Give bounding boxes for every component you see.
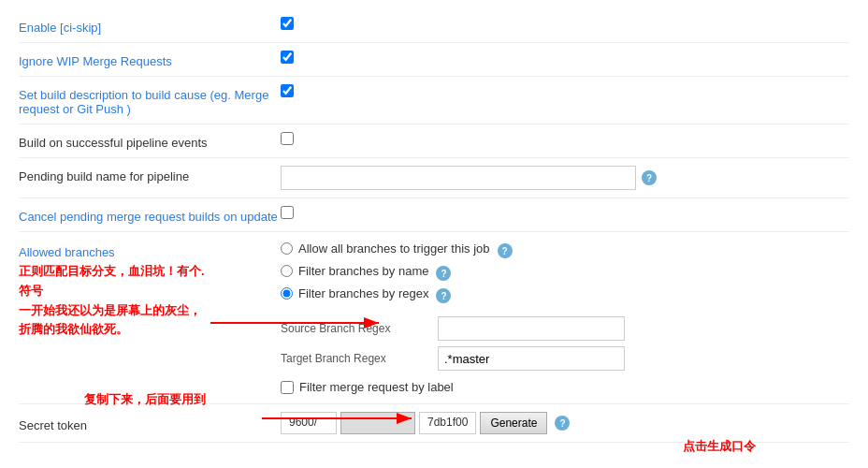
secret-part3: 7db1f00 — [419, 412, 476, 434]
control-secret-token: 9600/ 7db1f00 Generate ? — [281, 412, 849, 434]
help-icon-pending-build[interactable]: ? — [642, 170, 657, 185]
checkbox-enable-ci-skip[interactable] — [281, 17, 294, 30]
checkbox-build-pipeline[interactable] — [281, 132, 294, 145]
input-target-branch[interactable] — [438, 346, 625, 371]
help-icon-all-branches[interactable]: ? — [498, 243, 513, 258]
row-secret-token: Secret token 9600/ 7db1f00 Generate ? — [19, 404, 849, 443]
row-build-description: Set build description to build cause (eg… — [19, 77, 849, 124]
control-pending-build: ? — [281, 166, 849, 190]
control-ignore-wip — [281, 51, 849, 64]
sub-fields-regex: Source Branch Regex Target Branch Regex … — [281, 316, 625, 394]
control-allowed-branches: Allow all branches to trigger this job ?… — [281, 241, 849, 394]
label-secret-token: Secret token — [19, 415, 281, 432]
checkbox-ignore-wip[interactable] — [281, 51, 294, 64]
help-icon-filter-name[interactable]: ? — [436, 266, 451, 281]
help-icon-secret-token[interactable]: ? — [555, 416, 570, 431]
radio-row-filter-name: Filter branches by name ? — [281, 264, 625, 281]
label-allowed-branches: Allowed branches — [19, 241, 281, 259]
row-cancel-pending: Cancel pending merge request builds on u… — [19, 198, 849, 232]
radio-label-filter-regex: Filter branches by regex — [298, 286, 428, 300]
label-build-description: Set build description to build cause (eg… — [19, 84, 281, 116]
row-target-branch: Target Branch Regex — [281, 346, 625, 371]
row-build-pipeline: Build on successful pipeline events — [19, 124, 849, 158]
radio-label-filter-name: Filter branches by name — [298, 264, 428, 278]
label-pending-build: Pending build name for pipeline — [19, 166, 281, 183]
input-source-branch[interactable] — [438, 316, 625, 341]
row-allowed-branches: Allowed branches Allow all branches to t… — [19, 232, 849, 404]
row-pending-build: Pending build name for pipeline ? — [19, 158, 849, 198]
radio-all-branches[interactable] — [281, 242, 293, 255]
radio-filter-regex[interactable] — [281, 287, 293, 300]
radio-filter-name[interactable] — [281, 265, 293, 277]
label-enable-ci-skip: Enable [ci-skip] — [19, 17, 281, 35]
radio-row-filter-regex: Filter branches by regex ? — [281, 286, 625, 303]
row-source-branch: Source Branch Regex — [281, 316, 625, 341]
label-build-pipeline: Build on successful pipeline events — [19, 132, 281, 150]
label-source-branch: Source Branch Regex — [281, 322, 430, 335]
control-cancel-pending — [281, 206, 849, 219]
control-build-description — [281, 84, 849, 97]
label-cancel-pending: Cancel pending merge request builds on u… — [19, 206, 281, 224]
radio-row-all-branches: Allow all branches to trigger this job ? — [281, 241, 625, 258]
help-icon-filter-regex[interactable]: ? — [436, 288, 451, 303]
checkbox-build-description[interactable] — [281, 84, 294, 97]
secret-token-row: 9600/ 7db1f00 Generate — [281, 412, 547, 434]
checkbox-cancel-pending[interactable] — [281, 206, 294, 219]
main-container: Enable [ci-skip] Ignore WIP Merge Reques… — [0, 0, 868, 468]
secret-part2 — [340, 412, 415, 434]
radio-group-branches: Allow all branches to trigger this job ?… — [281, 241, 625, 394]
label-target-branch: Target Branch Regex — [281, 352, 430, 365]
control-build-pipeline — [281, 132, 849, 145]
row-enable-ci-skip: Enable [ci-skip] — [19, 9, 849, 43]
label-ignore-wip: Ignore WIP Merge Requests — [19, 51, 281, 68]
row-ignore-wip: Ignore WIP Merge Requests — [19, 43, 849, 77]
generate-button[interactable]: Generate — [480, 412, 547, 434]
row-filter-merge-label: Filter merge request by label — [281, 380, 625, 394]
checkbox-filter-merge-label[interactable] — [281, 381, 294, 394]
input-pending-build[interactable] — [281, 166, 636, 190]
radio-label-all-branches: Allow all branches to trigger this job — [298, 241, 490, 256]
control-enable-ci-skip — [281, 17, 849, 30]
label-filter-merge-label: Filter merge request by label — [299, 380, 454, 394]
secret-part1: 9600/ — [281, 412, 337, 434]
